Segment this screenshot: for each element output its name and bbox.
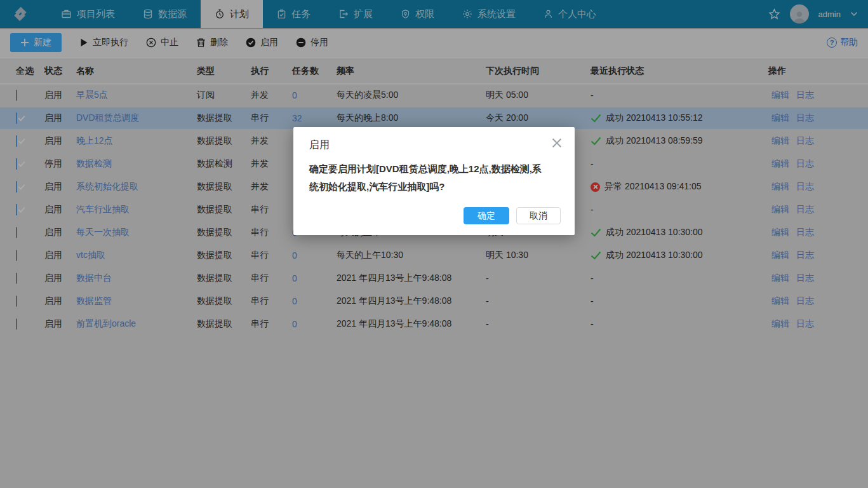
- dialog-title: 启用: [293, 127, 575, 152]
- cancel-button[interactable]: 取消: [516, 207, 561, 224]
- confirm-button[interactable]: 确定: [464, 207, 509, 224]
- modal-overlay[interactable]: [0, 0, 868, 488]
- dialog-footer: 确定 取消: [464, 207, 561, 224]
- enable-confirm-dialog: 启用 确定要启用计划[DVD租赁总调度,晚上12点,数据检测,系统初始化提取,汽…: [293, 127, 575, 235]
- close-icon[interactable]: [552, 138, 562, 148]
- dialog-message: 确定要启用计划[DVD租赁总调度,晚上12点,数据检测,系统初始化提取,汽车行业…: [293, 152, 560, 196]
